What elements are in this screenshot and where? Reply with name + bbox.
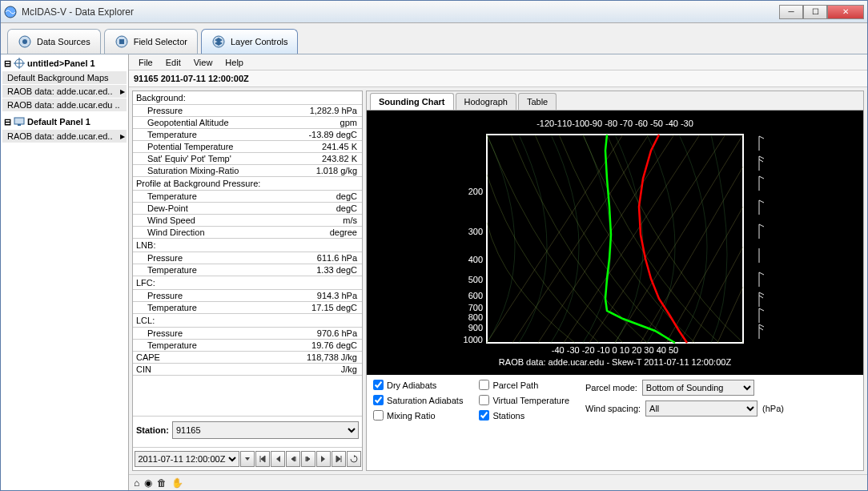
data-row: Temperature-13.89 degC	[133, 129, 362, 141]
check-saturation-adiabats[interactable]: Saturation Adiabats	[373, 395, 463, 405]
chevron-right-icon: ▶	[120, 88, 125, 95]
step-fwd-button[interactable]	[301, 451, 315, 467]
tab-field-selector[interactable]: Field Selector	[104, 29, 198, 54]
step-back-button[interactable]	[286, 451, 300, 467]
time-select[interactable]: 2011-07-11 12:00:00Z	[135, 451, 239, 467]
minimize-button[interactable]: ─	[779, 5, 803, 19]
svg-line-42	[759, 324, 764, 327]
tab-data-sources[interactable]: Data Sources	[7, 29, 101, 54]
data-row: TemperaturedegC	[133, 191, 362, 203]
app-icon	[4, 6, 17, 18]
cape-row: CAPE118,738 J/kg	[133, 352, 362, 364]
check-stations[interactable]: Stations	[479, 410, 569, 421]
svg-line-25	[759, 156, 764, 159]
section-background: Background:	[133, 91, 362, 105]
home-icon[interactable]: ⌂	[134, 477, 139, 489]
sounding-header: 91165 2011-07-11 12:00:00Z	[129, 70, 867, 87]
wind-spacing-select[interactable]: All	[645, 400, 757, 417]
svg-line-20	[692, 247, 743, 343]
sidebar: ⊟ untitled>Panel 1 Default Background Ma…	[1, 54, 129, 490]
tree-item[interactable]: RAOB data: adde.ucar.ed..▶	[2, 85, 127, 98]
svg-line-12	[487, 135, 623, 343]
tab-hodograph[interactable]: Hodograph	[456, 93, 516, 110]
globe-icon[interactable]: ◉	[144, 477, 152, 489]
tab-label: Layer Controls	[231, 37, 288, 46]
svg-line-28	[759, 176, 764, 179]
dropdown-button[interactable]	[240, 451, 255, 467]
cycle-button[interactable]	[347, 451, 361, 467]
layer-icon	[211, 34, 226, 49]
menu-edit[interactable]: Edit	[161, 56, 186, 69]
expand-icon[interactable]: ⊟	[4, 117, 11, 127]
check-virtual-temp[interactable]: Virtual Temperature	[479, 395, 569, 405]
svg-line-37	[759, 292, 764, 295]
svg-line-35	[759, 272, 764, 275]
data-row: Temperature19.76 degC	[133, 340, 362, 352]
tree-panel-1[interactable]: ⊟ untitled>Panel 1	[2, 56, 127, 70]
check-dry-adiabats[interactable]: Dry Adiabats	[373, 380, 463, 390]
section-lnb: LNB:	[133, 239, 362, 252]
svg-line-23	[759, 136, 764, 139]
tab-table[interactable]: Table	[518, 93, 557, 110]
data-row: Geopotential Altitudegpm	[133, 117, 362, 129]
monitor-icon	[14, 116, 25, 127]
main-tabs: Data Sources Field Selector Layer Contro…	[1, 23, 867, 54]
menu-file[interactable]: File	[134, 56, 158, 69]
trash-icon[interactable]: 🗑	[157, 477, 167, 489]
menu-help[interactable]: Help	[220, 56, 248, 69]
parcel-mode-select[interactable]: Bottom of Sounding	[642, 380, 754, 396]
tree-item[interactable]: RAOB data: adde.ucar.edu ..	[2, 99, 127, 111]
svg-point-2	[22, 39, 27, 44]
tab-sounding-chart[interactable]: Sounding Chart	[370, 93, 454, 110]
tab-label: Field Selector	[134, 37, 187, 46]
data-row: Temperature17.15 degC	[133, 302, 362, 314]
svg-line-38	[759, 296, 763, 298]
data-panel: Background: Pressure1,282.9 hPaGeopotent…	[132, 91, 363, 471]
last-button[interactable]	[332, 451, 346, 467]
svg-line-19	[666, 207, 743, 343]
tab-layer-controls[interactable]: Layer Controls	[201, 29, 299, 54]
svg-text:-40 -30 -20 -10   0  10  20  3: -40 -30 -20 -10 0 10 20 30 40 50	[552, 345, 678, 355]
svg-text:700: 700	[468, 303, 483, 312]
field-icon	[115, 34, 129, 49]
svg-line-43	[759, 328, 763, 330]
svg-rect-9	[14, 118, 24, 124]
data-row: Dew-PointdegC	[133, 203, 362, 215]
prev-button[interactable]	[271, 451, 285, 467]
titlebar: McIDAS-V - Data Explorer ─ ☐ ✕	[1, 1, 867, 23]
svg-text:500: 500	[468, 275, 483, 284]
next-button[interactable]	[316, 451, 331, 467]
expand-icon[interactable]: ⊟	[4, 58, 11, 69]
tree-panel-2[interactable]: ⊟ Default Panel 1	[2, 115, 127, 129]
station-select[interactable]: 91165	[172, 421, 359, 439]
data-table: Background: Pressure1,282.9 hPaGeopotent…	[133, 91, 362, 416]
section-lfc: LFC:	[133, 276, 362, 290]
svg-text:1000: 1000	[464, 335, 483, 344]
data-row: Pressure1,282.9 hPa	[133, 105, 362, 117]
check-mixing-ratio[interactable]: Mixing Ratio	[373, 410, 463, 421]
first-button[interactable]	[255, 451, 270, 467]
window-title: McIDAS-V - Data Explorer	[22, 6, 779, 18]
statusbar: ⌂ ◉ 🗑 ✋	[129, 474, 867, 490]
data-row: Potential Temperature241.45 K	[133, 141, 362, 153]
datasource-icon	[18, 34, 32, 49]
chart-panel: Sounding Chart Hodograph Table	[366, 91, 864, 471]
tree-item[interactable]: Default Background Maps	[2, 71, 127, 84]
check-parcel-path[interactable]: Parcel Path	[479, 380, 569, 390]
maximize-button[interactable]: ☐	[803, 5, 827, 19]
tree-label: Default Panel 1	[27, 117, 90, 127]
hand-icon[interactable]: ✋	[171, 477, 183, 489]
menu-view[interactable]: View	[189, 56, 218, 69]
svg-line-30	[759, 200, 764, 203]
svg-line-17	[615, 135, 743, 343]
data-row: Pressure914.3 hPa	[133, 290, 362, 302]
svg-text:300: 300	[468, 227, 483, 236]
tab-label: Data Sources	[37, 37, 90, 46]
svg-rect-11	[487, 135, 743, 343]
skewt-chart[interactable]: -120-110-100-90 -80 -70 -60 -50 -40 -30 …	[367, 111, 863, 375]
parcel-mode-label: Parcel mode:	[585, 383, 637, 392]
data-row: Wind Directiondegree	[133, 227, 362, 239]
data-row: Saturation Mixing-Ratio1.018 g/kg	[133, 165, 362, 177]
tree-item[interactable]: RAOB data: adde.ucar.ed..▶	[2, 130, 127, 143]
close-button[interactable]: ✕	[827, 5, 864, 19]
